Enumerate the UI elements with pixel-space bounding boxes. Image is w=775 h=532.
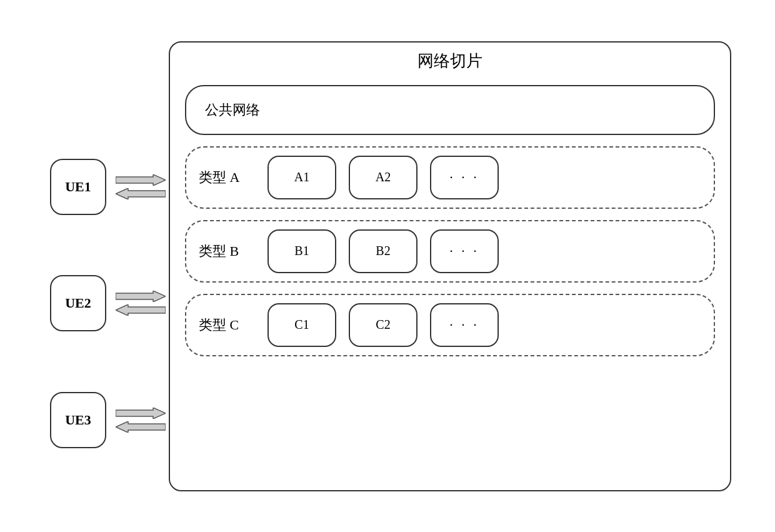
svg-marker-5 [116,421,166,433]
public-network-label: 公共网络 [205,101,260,119]
type-b-row: 类型 B B1 B2 · · · [185,220,715,283]
ue1-box: UE1 [50,159,106,215]
instance-a2-label: A2 [376,170,391,184]
instance-b1-label: B1 [294,244,309,258]
diagram-container: UE1 UE2 UE3 [44,23,731,510]
arrow-group-2 [116,291,166,316]
network-slice-container: 网络切片 公共网络 类型 A A1 A2 · · · 类型 B B1 B [169,41,731,491]
arrow-right-3 [116,408,166,419]
instance-b1: B1 [268,229,336,273]
arrow-left-2 [116,304,166,316]
instance-a1-label: A1 [294,170,309,184]
ue2-box: UE2 [50,275,106,331]
ue3-box: UE3 [50,392,106,448]
ue3-label: UE3 [65,412,91,428]
public-network-box: 公共网络 [185,85,715,135]
instance-c1: C1 [268,303,336,347]
type-a-row: 类型 A A1 A2 · · · [185,146,715,209]
type-a-label: 类型 A [199,168,249,187]
network-slice-title: 网络切片 [418,50,482,72]
arrow-group-3 [116,408,166,433]
svg-marker-0 [116,174,166,186]
instance-c1-label: C1 [294,318,309,332]
instance-a2: A2 [349,156,418,199]
ue-column: UE1 UE2 UE3 [44,54,112,479]
instance-a1: A1 [268,156,336,199]
type-c-label: 类型 C [199,316,249,334]
instance-b2: B2 [349,229,418,273]
arrow-right-2 [116,291,166,302]
instance-c2: C2 [349,303,418,347]
type-c-row: 类型 C C1 C2 · · · [185,294,715,356]
svg-marker-2 [116,291,166,302]
ue1-label: UE1 [65,179,91,195]
svg-marker-1 [116,188,166,199]
type-b-label: 类型 B [199,242,249,261]
svg-marker-3 [116,304,166,316]
arrow-left-1 [116,188,166,199]
dots-c-label: · · · [449,317,479,333]
instance-b2-label: B2 [376,244,390,258]
svg-marker-4 [116,408,166,419]
dots-c: · · · [430,303,499,347]
arrow-group-1 [116,174,166,199]
arrow-column [112,54,169,479]
arrow-left-3 [116,421,166,433]
arrow-right-1 [116,174,166,186]
instance-c2-label: C2 [376,318,390,332]
ue2-label: UE2 [65,295,91,311]
dots-b-label: · · · [449,243,479,259]
dots-a: · · · [430,156,499,199]
dots-b: · · · [430,229,499,273]
dots-a-label: · · · [449,169,479,186]
